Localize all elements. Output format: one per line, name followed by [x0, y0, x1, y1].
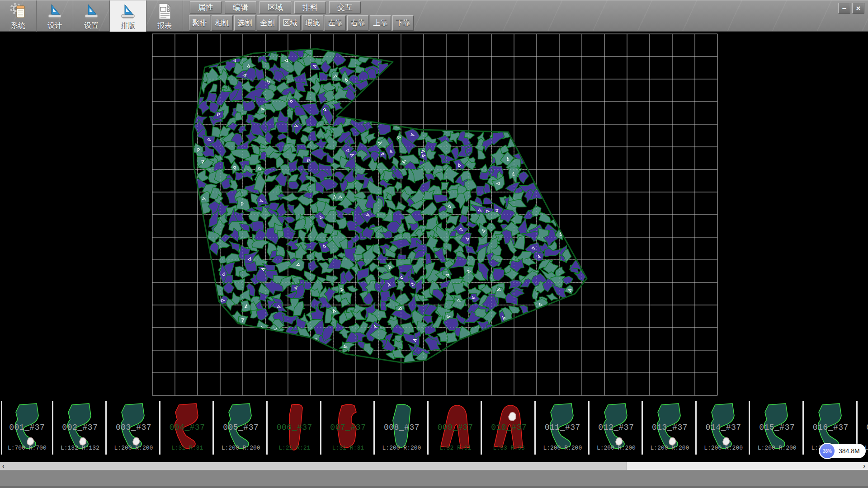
tool-button-1[interactable]: 聚排	[189, 15, 210, 31]
nested-piece[interactable]	[433, 289, 444, 301]
app-button-3[interactable]: 设置	[73, 0, 110, 32]
nested-piece[interactable]	[483, 183, 491, 193]
nested-piece[interactable]	[235, 171, 243, 180]
nested-piece[interactable]	[238, 125, 246, 133]
close-button[interactable]: ×	[852, 3, 864, 14]
thumbnail-piece-011_#37[interactable]: 011_#37L:200 R:200	[537, 401, 590, 455]
tool-button-9[interactable]: 上靠	[370, 15, 391, 31]
tool-button-5[interactable]: 区域	[279, 15, 301, 31]
nested-piece[interactable]	[414, 330, 421, 339]
tool-button-4[interactable]: 全割	[257, 15, 278, 31]
tool-button-10[interactable]: 下靠	[392, 15, 414, 31]
menu-tab-5[interactable]: 交互	[329, 1, 361, 14]
tool-button-8[interactable]: 右靠	[347, 15, 368, 31]
nested-piece[interactable]	[240, 289, 251, 301]
nested-piece[interactable]	[263, 167, 278, 176]
close-icon: ×	[856, 5, 861, 12]
nested-piece[interactable]	[364, 343, 373, 355]
app-button-1[interactable]: 系统	[0, 0, 37, 32]
nested-piece[interactable]	[335, 217, 347, 229]
nested-piece[interactable]	[206, 92, 217, 103]
nested-piece[interactable]	[275, 122, 288, 132]
nested-piece[interactable]	[432, 316, 443, 328]
nested-piece[interactable]	[395, 182, 402, 192]
scroll-right-arrow[interactable]: ›	[863, 462, 865, 470]
app-button-5[interactable]: 报表	[146, 0, 183, 32]
nested-piece[interactable]	[242, 100, 255, 111]
nested-piece[interactable]	[255, 67, 264, 80]
thumbnail-piece-001_#37[interactable]: 001_#37L:700 R:700	[1, 401, 53, 455]
menu-tab-1[interactable]: 属性	[190, 1, 222, 14]
nested-piece[interactable]	[209, 84, 217, 93]
nested-piece[interactable]	[252, 240, 269, 249]
nested-piece[interactable]	[314, 251, 325, 262]
thumbnail-piece-009_#37[interactable]: 009_#37L:32 R:31	[430, 401, 482, 455]
thumbnail-piece-003_#37[interactable]: 003_#37L:200 R:200	[108, 401, 160, 455]
nested-piece[interactable]	[547, 293, 558, 301]
nested-piece[interactable]	[320, 72, 329, 81]
nested-piece[interactable]	[396, 202, 406, 211]
nested-piece[interactable]	[347, 286, 358, 292]
nested-piece[interactable]	[514, 235, 525, 249]
nested-piece[interactable]	[288, 160, 298, 173]
nested-piece[interactable]	[478, 150, 486, 159]
thumbnail-piece-007_#37[interactable]: 007_#37L:31 R:31	[323, 401, 375, 455]
thumbnail-piece-005_#37[interactable]: 005_#37L:200 R:200	[215, 401, 268, 455]
nested-piece[interactable]	[238, 230, 250, 239]
nested-piece[interactable]	[532, 206, 541, 217]
piece-id-label: 003_#37	[108, 423, 159, 432]
thumbnail-piece-015_#37[interactable]: 015_#37L:200 R:200	[751, 401, 804, 455]
minimize-button[interactable]: –	[838, 3, 850, 14]
nested-piece[interactable]	[283, 226, 295, 240]
nested-piece[interactable]	[289, 181, 299, 189]
nested-piece[interactable]	[465, 244, 477, 254]
nested-piece[interactable]	[326, 275, 338, 286]
app-button-2[interactable]: 设计	[37, 0, 73, 32]
nested-piece[interactable]	[446, 216, 459, 225]
application-window: 系统设计设置排版报表 属性编辑区域排料交互 聚排相机选割全割区域瑕疵左靠右靠上靠…	[0, 0, 868, 488]
nested-piece[interactable]	[213, 284, 223, 296]
app-button-4[interactable]: 排版	[110, 0, 146, 32]
horizontal-scrollbar[interactable]: ‹ ›	[0, 462, 868, 470]
tool-button-2[interactable]: 相机	[212, 15, 233, 31]
nested-piece[interactable]	[288, 204, 294, 215]
nested-piece[interactable]	[269, 185, 280, 201]
scroll-left-arrow[interactable]: ‹	[2, 462, 5, 470]
nested-piece[interactable]	[539, 212, 551, 223]
nested-piece[interactable]	[249, 211, 262, 222]
menu-tab-2[interactable]: 编辑	[225, 1, 256, 14]
thumbnail-piece-006_#37[interactable]: 006_#37L:21 R:21	[269, 401, 321, 455]
nested-piece[interactable]	[252, 221, 264, 231]
nested-piece[interactable]	[379, 151, 386, 160]
menu-tab-4[interactable]: 排料	[294, 1, 326, 14]
nested-piece[interactable]	[233, 279, 245, 291]
thumbnail-piece-008_#37[interactable]: 008_#37L:200 R:200	[376, 401, 429, 455]
nested-piece[interactable]	[334, 172, 344, 182]
nested-piece[interactable]	[304, 241, 318, 251]
nested-piece[interactable]	[306, 91, 316, 103]
thumbnail-piece-004_#37[interactable]: 004_#37L:31 R:31	[162, 401, 214, 455]
tool-button-7[interactable]: 左靠	[325, 15, 346, 31]
thumbnail-piece-010_#37[interactable]: 010_#37L:33 R:33	[483, 401, 536, 455]
piece-lr-count: L:132 R:132	[55, 445, 106, 451]
nested-piece[interactable]	[377, 119, 391, 135]
nested-piece[interactable]	[493, 268, 505, 281]
thumbnail-piece-014_#37[interactable]: 014_#37L:200 R:200	[698, 401, 750, 455]
scrollbar-thumb[interactable]	[0, 462, 627, 470]
thumbnail-piece-013_#37[interactable]: 013_#37L:200 R:200	[644, 401, 697, 455]
nested-piece[interactable]	[253, 113, 267, 120]
nested-piece[interactable]	[308, 259, 319, 272]
nested-piece[interactable]	[441, 183, 449, 191]
tool-button-3[interactable]: 选割	[234, 15, 255, 31]
thumbnail-piece-002_#37[interactable]: 002_#37L:132 R:132	[55, 401, 107, 455]
nested-piece[interactable]	[278, 133, 287, 140]
nested-piece[interactable]	[459, 214, 467, 223]
tool-button-6[interactable]: 瑕疵	[302, 15, 323, 31]
nested-piece[interactable]	[223, 282, 234, 293]
thumbnail-piece-012_#37[interactable]: 012_#37L:200 R:200	[591, 401, 643, 455]
nested-piece[interactable]	[354, 180, 363, 193]
nesting-canvas-viewport[interactable]	[0, 32, 868, 399]
menu-tab-3[interactable]: 区域	[259, 1, 291, 14]
nested-piece[interactable]	[316, 128, 325, 139]
nested-piece[interactable]	[480, 171, 490, 180]
